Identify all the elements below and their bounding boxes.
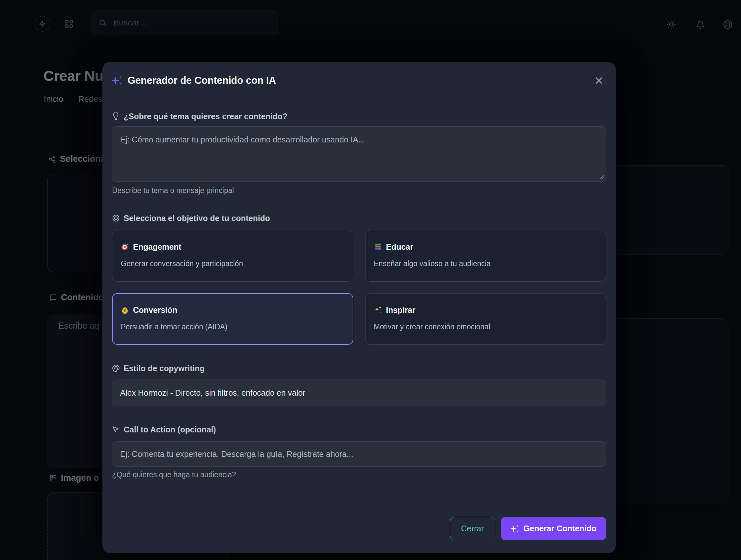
objective-label: Selecciona el objetivo de tu contenido <box>112 213 606 224</box>
cta-input[interactable] <box>112 441 606 466</box>
target-icon <box>112 214 120 222</box>
mouse-pointer-icon <box>112 426 120 433</box>
palette-icon <box>112 364 120 372</box>
copywriting-style-label: Estilo de copywriting <box>112 363 606 374</box>
copywriting-style-select[interactable]: Alex Hormozi - Directo, sin filtros, enf… <box>112 380 606 406</box>
objective-card-conversion[interactable]: $ Conversión Persuadir a tomar acción (A… <box>112 293 353 345</box>
books-emoji <box>374 243 382 251</box>
dart-target-emoji <box>121 243 129 251</box>
sparkles-icon <box>511 524 519 533</box>
objective-card-inspirar[interactable]: Inspirar Motivar y crear conexión emocio… <box>365 293 606 345</box>
modal-footer: Cerrar Generar Contenido <box>112 517 606 540</box>
topic-textarea-wrap <box>112 126 606 182</box>
sparkles-icon <box>112 75 122 86</box>
ai-content-generator-modal: Generador de Contenido con IA ¿Sobre qué… <box>103 62 616 553</box>
cta-input-wrap <box>112 441 606 466</box>
sparkles-emoji <box>374 306 382 314</box>
money-bag-emoji: $ <box>121 306 129 314</box>
cta-label: Call to Action (opcional) <box>112 424 606 435</box>
topic-textarea[interactable] <box>112 126 606 182</box>
svg-text:$: $ <box>124 309 126 313</box>
modal-header: Generador de Contenido con IA <box>112 73 606 88</box>
topic-label: ¿Sobre qué tema quieres crear contenido? <box>112 111 606 122</box>
close-icon[interactable] <box>592 73 606 88</box>
objective-grid: Engagement Generar conversación y partic… <box>112 230 606 345</box>
modal-title: Generador de Contenido con IA <box>128 75 276 86</box>
objective-card-engagement[interactable]: Engagement Generar conversación y partic… <box>112 230 353 282</box>
objective-card-educar[interactable]: Educar Enseñar algo valioso a tu audienc… <box>365 230 606 282</box>
cancel-button[interactable]: Cerrar <box>450 517 495 540</box>
lightbulb-icon <box>112 113 120 120</box>
generate-content-button[interactable]: Generar Contenido <box>501 517 606 540</box>
cta-helper: ¿Qué quieres que haga tu audiencia? <box>112 471 606 480</box>
app-screen: Crear Nu Inicio Redes Selecciona Conteni… <box>0 0 741 560</box>
topic-helper: Describe tu tema o mensaje principal <box>112 186 606 195</box>
